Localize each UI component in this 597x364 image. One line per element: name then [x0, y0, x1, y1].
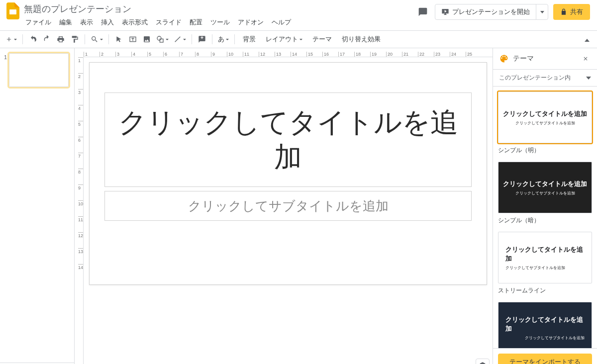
- layout-button[interactable]: レイアウト: [262, 33, 306, 46]
- svg-line-4: [175, 37, 181, 42]
- menu-配置[interactable]: 配置: [186, 16, 206, 29]
- menu-ヘルプ[interactable]: ヘルプ: [268, 16, 295, 29]
- close-icon: [583, 56, 589, 62]
- paint-format-button[interactable]: [69, 33, 81, 46]
- menu-スライド[interactable]: スライド: [152, 16, 185, 29]
- undo-button[interactable]: [27, 33, 39, 46]
- separator: [212, 34, 212, 44]
- theme-name: シンプル（暗）: [498, 216, 592, 225]
- separator: [234, 34, 235, 44]
- thumbnail-preview[interactable]: [9, 53, 69, 87]
- chevron-down-icon: [586, 77, 591, 80]
- panel-title: テーマ: [513, 54, 576, 63]
- theme-name: シンプル（明）: [498, 146, 592, 155]
- app-body: 1 12345678910111213141516171819202122232…: [0, 48, 597, 364]
- header-actions: プレゼンテーションを開始 共有: [416, 2, 593, 20]
- new-slide-button[interactable]: [4, 33, 18, 46]
- menu-挿入[interactable]: 挿入: [98, 16, 117, 29]
- image-tool[interactable]: [141, 33, 153, 46]
- theme-option[interactable]: クリックしてタイトルを追加クリックしてサブタイトルを追加シンプル（暗）: [498, 162, 592, 225]
- svg-rect-3: [160, 39, 163, 42]
- themes-panel: テーマ このプレゼンテーション内 クリックしてタイトルを追加クリックしてサブタイ…: [493, 48, 597, 364]
- import-theme-button[interactable]: テーマをインポートする: [498, 354, 592, 364]
- subtitle-placeholder[interactable]: クリックしてサブタイトルを追加: [104, 191, 472, 221]
- textbox-tool[interactable]: [127, 33, 139, 46]
- present-icon: [441, 8, 449, 16]
- app-header: 無題のプレゼンテーション ファイル編集表示挿入表示形式スライド配置ツールアドオン…: [0, 0, 597, 30]
- separator: [85, 34, 85, 44]
- title-placeholder[interactable]: クリックしてタイトルを追加: [104, 92, 472, 187]
- theme-option[interactable]: クリックしてタイトルを追加クリックしてサブタイトルを追加ストリームライン: [498, 232, 592, 295]
- slide-thumbnail-1[interactable]: 1: [3, 53, 71, 87]
- slide-canvas[interactable]: クリックしてタイトルを追加 クリックしてサブタイトルを追加: [84, 57, 493, 364]
- theme-option[interactable]: クリックしてタイトルを追加クリックしてサブタイトルを追加シンプル（明）: [498, 91, 592, 155]
- panel-footer: テーマをインポートする: [493, 348, 597, 364]
- vertical-ruler: 1234567891011121314: [75, 57, 84, 364]
- separator: [22, 34, 23, 44]
- lock-icon: [560, 8, 567, 15]
- filmstrip: 1: [0, 48, 75, 364]
- menu-編集[interactable]: 編集: [56, 16, 76, 29]
- theme-button[interactable]: テーマ: [308, 33, 336, 46]
- menu-表示[interactable]: 表示: [77, 16, 97, 29]
- separator: [108, 34, 109, 44]
- separator: [192, 34, 192, 44]
- redo-button[interactable]: [41, 33, 53, 46]
- present-dropdown[interactable]: [536, 4, 548, 19]
- line-tool[interactable]: [172, 33, 188, 46]
- slide[interactable]: クリックしてタイトルを追加 クリックしてサブタイトルを追加: [89, 62, 487, 285]
- panel-subsection-label: このプレゼンテーション内: [499, 74, 571, 82]
- theme-palette-icon: [499, 54, 509, 64]
- menu-ファイル[interactable]: ファイル: [22, 16, 55, 29]
- input-tool[interactable]: あ: [216, 33, 230, 46]
- menu-表示形式[interactable]: 表示形式: [118, 16, 151, 29]
- background-button[interactable]: 背景: [239, 33, 260, 46]
- comments-icon[interactable]: [416, 5, 430, 19]
- shape-tool[interactable]: [155, 33, 170, 46]
- canvas-area: 1234567891011121314151617181920212223242…: [75, 48, 493, 364]
- explore-button[interactable]: [476, 359, 490, 364]
- toolbar: あ 背景 レイアウト テーマ 切り替え効果: [0, 30, 597, 48]
- collapse-toolbar-button[interactable]: [581, 34, 593, 47]
- title-area: 無題のプレゼンテーション ファイル編集表示挿入表示形式スライド配置ツールアドオン…: [22, 2, 295, 30]
- select-tool[interactable]: [113, 33, 125, 46]
- theme-name: ストリームライン: [498, 286, 592, 295]
- horizontal-ruler: 1234567891011121314151617181920212223242…: [84, 48, 493, 57]
- slides-logo[interactable]: [4, 2, 22, 20]
- present-label: プレゼンテーションを開始: [452, 7, 530, 16]
- share-button[interactable]: 共有: [553, 4, 590, 20]
- chevron-down-icon: [540, 11, 544, 13]
- panel-header: テーマ: [493, 48, 597, 70]
- transition-button[interactable]: 切り替え効果: [338, 33, 385, 46]
- zoom-button[interactable]: [89, 33, 104, 46]
- menu-ツール[interactable]: ツール: [207, 16, 233, 29]
- menu-アドオン[interactable]: アドオン: [234, 16, 267, 29]
- share-label: 共有: [570, 7, 583, 16]
- document-title[interactable]: 無題のプレゼンテーション: [22, 2, 295, 16]
- svg-point-2: [157, 36, 161, 40]
- theme-option[interactable]: クリックしてタイトルを追加クリックしてサブタイトルを追加フォーカス: [498, 302, 592, 348]
- add-comment-button[interactable]: [196, 33, 208, 46]
- themes-list: クリックしてタイトルを追加クリックしてサブタイトルを追加シンプル（明）クリックし…: [493, 87, 597, 348]
- print-button[interactable]: [55, 33, 67, 46]
- menu-bar: ファイル編集表示挿入表示形式スライド配置ツールアドオンヘルプ: [22, 16, 295, 30]
- thumbnail-number: 1: [3, 53, 7, 87]
- panel-subsection-toggle[interactable]: このプレゼンテーション内: [493, 70, 597, 87]
- present-button[interactable]: プレゼンテーションを開始: [435, 4, 548, 20]
- svg-rect-0: [9, 9, 16, 14]
- close-panel-button[interactable]: [580, 53, 591, 64]
